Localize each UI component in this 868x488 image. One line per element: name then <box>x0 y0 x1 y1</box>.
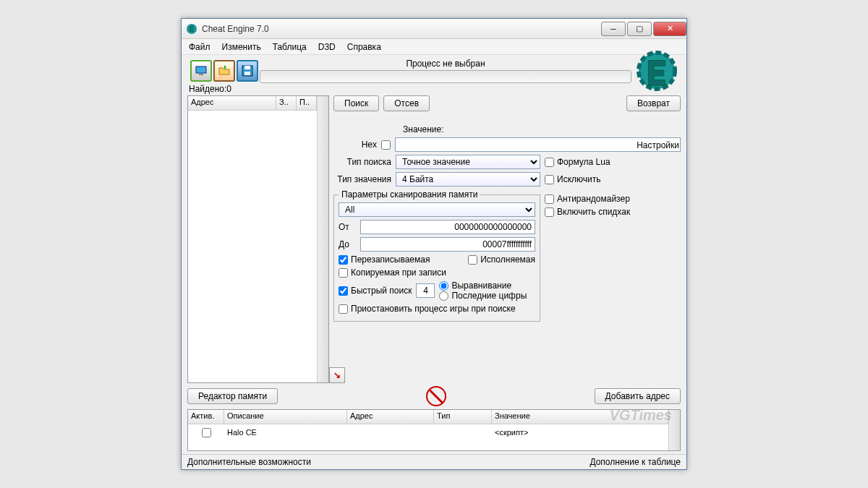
lastdigits-radio[interactable] <box>439 291 448 301</box>
col-desc[interactable]: Описание <box>224 410 347 424</box>
app-icon <box>186 23 197 35</box>
row-value: <скрипт> <box>492 427 668 438</box>
settings-link[interactable]: Настройки <box>637 140 679 150</box>
status-right[interactable]: Дополнение к таблице <box>590 457 681 467</box>
col-active[interactable]: Актив. <box>188 410 224 424</box>
lastdigits-label: Последние цифры <box>451 291 527 301</box>
process-status-label: Процесс не выбран <box>260 59 631 69</box>
found-row: Найдено:0 <box>187 84 681 95</box>
toolbar: Процесс не выбран <box>187 58 681 84</box>
scantype-select[interactable]: Точное значение <box>396 155 540 169</box>
speedhack-checkbox[interactable] <box>545 207 554 217</box>
lua-checkbox[interactable] <box>545 158 554 167</box>
hex-label: Hex <box>333 140 377 150</box>
add-address-button[interactable]: Добавить адрес <box>595 388 681 404</box>
executable-label: Исполняемая <box>480 254 535 265</box>
antirand-checkbox[interactable] <box>545 194 554 204</box>
svg-rect-1 <box>196 67 206 73</box>
svg-rect-4 <box>244 66 250 69</box>
row-active-checkbox[interactable] <box>202 428 211 437</box>
floppy-icon <box>241 64 254 77</box>
value-label: Значение: <box>403 124 444 134</box>
col-type[interactable]: Тип <box>434 410 492 424</box>
minimize-button[interactable]: ─ <box>601 22 626 36</box>
from-label: От <box>339 222 356 232</box>
maximize-button[interactable]: ▢ <box>627 22 652 36</box>
progress-bar <box>260 70 631 83</box>
row-type <box>434 431 492 434</box>
first-scan-button[interactable]: Поиск <box>333 95 379 111</box>
results-table[interactable]: Адрес З.. П.. <box>187 95 329 383</box>
valtype-label: Тип значения <box>333 174 391 184</box>
undo-scan-button[interactable]: Возврат <box>626 95 681 111</box>
col-address[interactable]: Адрес <box>188 96 276 110</box>
open-file-button[interactable] <box>213 60 235 82</box>
writable-label: Перезаписываемая <box>351 254 430 265</box>
stop-address-input[interactable] <box>360 237 535 252</box>
menu-help[interactable]: Справка <box>343 40 386 53</box>
status-left[interactable]: Дополнительные возможности <box>187 457 311 467</box>
no-process-icon <box>426 386 446 406</box>
cheat-engine-logo[interactable] <box>636 50 678 92</box>
open-process-button[interactable] <box>190 60 212 82</box>
pause-label: Приостановить процесс игры при поиске <box>351 304 516 314</box>
table-row[interactable]: Halo CE <скрипт> <box>188 424 668 440</box>
fastscan-label: Быстрый поиск <box>351 286 412 296</box>
alignment-label: Выравнивание <box>451 281 511 291</box>
col-value[interactable]: З.. <box>276 96 297 110</box>
fastscan-checkbox[interactable] <box>339 286 348 296</box>
valtype-select[interactable]: 4 Байта <box>396 172 540 187</box>
found-label: Найдено: <box>189 84 226 94</box>
computer-icon <box>195 64 208 77</box>
titlebar: Cheat Engine 7.0 ─ ▢ ✕ <box>182 19 686 39</box>
memscan-legend: Параметры сканирования памяти <box>339 189 480 200</box>
col-prev[interactable]: П.. <box>297 96 317 110</box>
app-window: Cheat Engine 7.0 ─ ▢ ✕ Файл Изменить Таб… <box>181 18 687 470</box>
folder-open-icon <box>218 64 231 77</box>
close-button[interactable]: ✕ <box>653 22 686 36</box>
alignment-radio[interactable] <box>439 281 448 291</box>
start-address-input[interactable] <box>360 220 535 234</box>
hex-checkbox[interactable] <box>381 140 391 150</box>
next-scan-button[interactable]: Отсев <box>383 95 430 111</box>
found-count: 0 <box>226 84 231 94</box>
lua-label: Формула Lua <box>557 157 610 167</box>
row-desc: Halo CE <box>224 427 347 438</box>
copyonwrite-label: Копируемая при записи <box>351 267 446 278</box>
window-title: Cheat Engine 7.0 <box>202 24 600 34</box>
menu-d3d[interactable]: D3D <box>314 40 340 53</box>
statusbar: Дополнительные возможности Дополнение к … <box>182 454 686 469</box>
not-label: Исключить <box>557 174 600 184</box>
executable-checkbox[interactable] <box>468 255 477 265</box>
results-scrollbar[interactable] <box>317 96 328 382</box>
pause-checkbox[interactable] <box>339 304 348 314</box>
copyonwrite-checkbox[interactable] <box>339 268 348 278</box>
region-select[interactable]: All <box>339 202 535 217</box>
speedhack-label: Включить спидхак <box>557 207 630 217</box>
menu-edit[interactable]: Изменить <box>218 40 265 53</box>
fastscan-value-input[interactable] <box>416 283 435 298</box>
scantype-label: Тип поиска <box>333 157 391 167</box>
to-label: До <box>339 239 356 249</box>
save-button[interactable] <box>237 60 258 82</box>
col-addr[interactable]: Адрес <box>347 410 434 424</box>
memory-editor-button[interactable]: Редактор памяти <box>187 388 278 404</box>
memory-scan-options: Параметры сканирования памяти All От До … <box>333 189 540 322</box>
not-checkbox[interactable] <box>545 175 554 184</box>
row-addr <box>347 431 434 434</box>
addrlist-scrollbar[interactable] <box>668 410 680 450</box>
menu-file[interactable]: Файл <box>184 40 215 53</box>
writable-checkbox[interactable] <box>339 255 348 265</box>
add-to-list-button[interactable]: ↘ <box>329 367 345 383</box>
col-val[interactable]: Значение <box>492 410 668 424</box>
svg-rect-2 <box>199 74 203 75</box>
menubar: Файл Изменить Таблица D3D Справка <box>182 39 686 55</box>
antirand-label: Антирандомайзер <box>557 194 630 204</box>
menu-table[interactable]: Таблица <box>268 40 311 53</box>
svg-rect-5 <box>244 72 250 75</box>
address-list[interactable]: Актив. Описание Адрес Тип Значение Halo … <box>187 409 681 451</box>
